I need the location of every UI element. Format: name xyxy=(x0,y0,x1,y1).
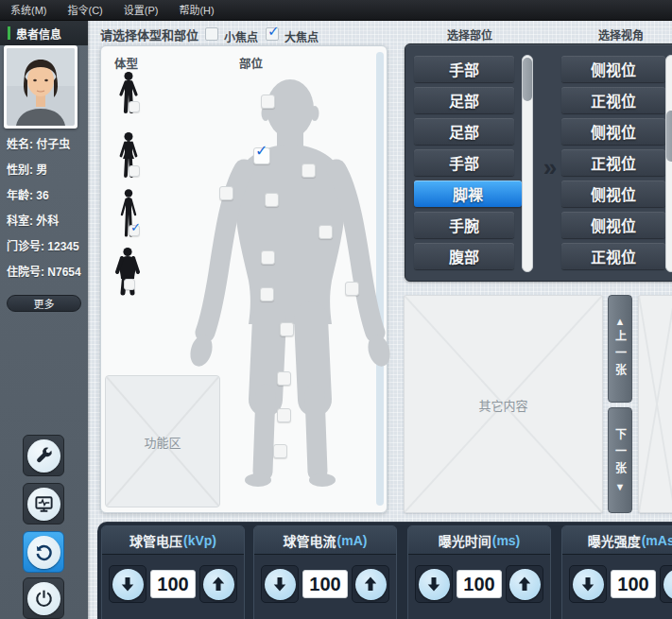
part-checkbox-abdomen[interactable] xyxy=(261,250,275,265)
body-type-female-checkbox[interactable] xyxy=(129,165,140,177)
view-item[interactable]: 侧视位 xyxy=(561,181,665,207)
check-icon: ✓ xyxy=(130,220,141,234)
other-content-label: 其它内容 xyxy=(405,395,602,413)
arrow-up-icon xyxy=(509,569,541,600)
large-focus-checkbox[interactable]: ✓ xyxy=(266,27,279,41)
view-item[interactable]: 侧视位 xyxy=(561,56,665,82)
part-checkbox-sternum[interactable] xyxy=(265,193,279,207)
patient-name: 姓名: 付子虫 xyxy=(7,132,88,158)
chevron-right-icon: » xyxy=(536,150,564,184)
patient-sidebar: 患者信息 姓名: 付子虫 性别: 男 年龄: 36 科室: 外科 门诊号: xyxy=(0,21,88,619)
monitor-wave-icon xyxy=(27,488,60,521)
part-checkbox-knee[interactable] xyxy=(277,371,291,386)
down-triangle-icon: ▼ xyxy=(615,482,626,492)
arrow-up-icon xyxy=(663,569,672,600)
check-icon: ✓ xyxy=(255,142,267,160)
part-item[interactable]: 手部 xyxy=(414,149,514,176)
exposure-time-increase-button[interactable] xyxy=(506,565,543,603)
small-focus-checkbox[interactable] xyxy=(205,27,218,41)
exposure-intensity-increase-button[interactable] xyxy=(660,565,672,603)
power-icon xyxy=(27,582,60,615)
tube-current-panel: 球管电流(mA) xyxy=(253,525,397,619)
view-list-scroll-thumb[interactable] xyxy=(666,111,672,162)
patient-info-header: 患者信息 xyxy=(0,21,88,45)
exposure-time-header: 曝光时间(ms) xyxy=(408,526,550,555)
part-item[interactable]: 腹部 xyxy=(414,243,514,269)
exposure-time-title: 曝光时间 xyxy=(439,531,491,550)
part-checkbox-ankle[interactable] xyxy=(273,444,287,458)
part-checkbox-left-shoulder[interactable] xyxy=(302,163,316,178)
exposure-intensity-title: 曝光强度 xyxy=(588,531,641,550)
exposure-intensity-panel: 曝光强度(mAs) xyxy=(561,525,672,619)
view-item[interactable]: 正视位 xyxy=(561,149,665,176)
exposure-intensity-unit: (mAs) xyxy=(642,533,672,548)
arrow-down-icon xyxy=(112,569,144,600)
body-diagram-panel: 体型 部位 xyxy=(100,45,388,513)
part-item[interactable]: 手腕 xyxy=(414,212,514,238)
prev-image-label: 上一张 xyxy=(612,330,629,381)
part-checkbox-right-shoulder[interactable] xyxy=(219,186,233,200)
part-checkbox-shin[interactable] xyxy=(277,408,291,422)
part-list-scrollbar[interactable] xyxy=(522,55,533,272)
menubar: 系统(M) 指令(C) 设置(P) 帮助(H) xyxy=(0,0,672,21)
prev-image-button[interactable]: ▲ 上一张 xyxy=(608,295,632,403)
view-list-scrollbar[interactable] xyxy=(665,55,672,272)
part-checkbox-chest-selected[interactable]: ✓ xyxy=(253,147,270,164)
view-item[interactable]: 正视位 xyxy=(561,87,665,113)
body-type-heavy-checkbox[interactable] xyxy=(124,279,135,290)
patient-photo xyxy=(4,45,78,129)
tube-voltage-title: 球管电压 xyxy=(129,531,182,550)
part-view-lists-panel: 手部 足部 足部 手部 脚裸 手腕 腹部 » 侧视位 正视位 侧视位 正视位 侧… xyxy=(405,43,672,282)
exposure-intensity-decrease-button[interactable] xyxy=(569,565,607,603)
part-checkbox-elbow[interactable] xyxy=(319,225,333,239)
part-item[interactable]: 手部 xyxy=(414,56,514,82)
part-checkbox-pelvis[interactable] xyxy=(260,287,274,301)
function-area-box: 功能区 xyxy=(105,375,220,507)
arrow-up-icon xyxy=(355,569,387,600)
patient-fields: 姓名: 付子虫 性别: 男 年龄: 36 科室: 外科 门诊号: 12345 住… xyxy=(7,132,88,285)
part-selector-title: 选择部位 xyxy=(408,26,531,43)
exposure-time-decrease-button[interactable] xyxy=(415,565,453,603)
menu-system[interactable]: 系统(M) xyxy=(0,0,58,21)
body-type-normal-checkbox[interactable] xyxy=(129,101,140,112)
tools-button[interactable] xyxy=(23,435,64,476)
patient-age: 年龄: 36 xyxy=(7,183,88,209)
large-focus-label: 大焦点 xyxy=(284,28,319,44)
more-button[interactable]: 更多 xyxy=(7,295,81,312)
up-triangle-icon: ▲ xyxy=(615,317,626,327)
tube-voltage-value[interactable] xyxy=(150,570,196,598)
tube-voltage-unit: (kVp) xyxy=(183,533,216,548)
part-checkbox-head[interactable] xyxy=(261,95,275,109)
tube-current-decrease-button[interactable] xyxy=(261,565,299,603)
selector-title: 请选择体型和部位 xyxy=(100,26,198,43)
tube-current-increase-button[interactable] xyxy=(352,565,389,603)
patient-outpatient-no: 门诊号: 12345 xyxy=(7,234,88,260)
menu-help[interactable]: 帮助(H) xyxy=(168,0,224,21)
tube-voltage-decrease-button[interactable] xyxy=(109,565,146,603)
exposure-intensity-value[interactable] xyxy=(611,570,656,598)
exposure-time-value[interactable] xyxy=(457,570,502,598)
menu-command[interactable]: 指令(C) xyxy=(58,0,113,21)
app-window: 系统(M) 指令(C) 设置(P) 帮助(H) 患者信息 xyxy=(0,0,672,619)
part-item[interactable]: 足部 xyxy=(414,87,514,113)
part-item-selected[interactable]: 脚裸 xyxy=(414,181,522,207)
part-checkbox-hand[interactable] xyxy=(345,282,359,296)
reset-button[interactable] xyxy=(23,531,64,573)
view-item[interactable]: 侧视位 xyxy=(561,118,665,145)
monitor-button[interactable] xyxy=(23,483,64,524)
part-checkbox-thigh[interactable] xyxy=(280,322,294,336)
view-item[interactable]: 正视位 xyxy=(561,243,665,269)
menu-settings[interactable]: 设置(P) xyxy=(113,0,169,21)
body-type-thin-checkbox[interactable]: ✓ xyxy=(129,225,140,236)
arrow-down-icon xyxy=(419,569,450,600)
arrow-down-icon xyxy=(573,569,604,600)
next-image-button[interactable]: 下一张 ▼ xyxy=(608,407,632,513)
power-button[interactable] xyxy=(23,577,64,619)
arrow-down-icon xyxy=(265,569,296,600)
tube-voltage-increase-button[interactable] xyxy=(199,565,237,603)
view-item[interactable]: 侧视位 xyxy=(561,212,665,238)
part-list-scroll-thumb[interactable] xyxy=(523,58,532,101)
part-item[interactable]: 足部 xyxy=(414,118,514,145)
tube-current-value[interactable] xyxy=(302,570,348,598)
tube-current-unit: (mA) xyxy=(337,533,368,548)
